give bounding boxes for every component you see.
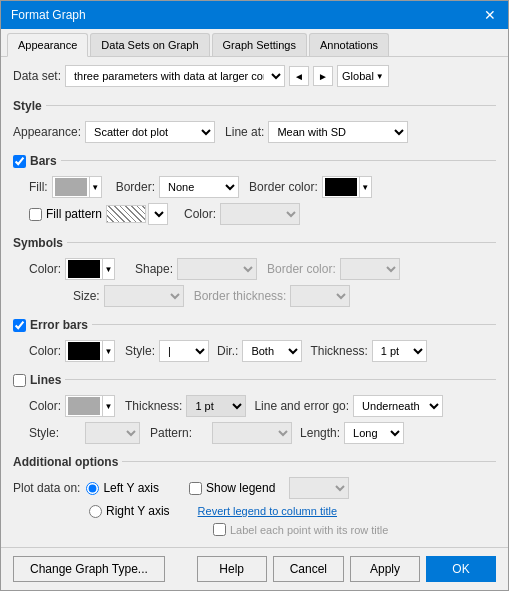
line-error-select[interactable]: Underneath <box>353 395 443 417</box>
fill-pattern-checkbox[interactable] <box>29 208 42 221</box>
show-legend-label[interactable]: Show legend <box>189 481 275 495</box>
border-select[interactable]: None <box>159 176 239 198</box>
error-color-swatch <box>68 342 100 360</box>
bars-checkbox[interactable] <box>13 155 26 168</box>
pattern-select[interactable] <box>212 422 292 444</box>
symbol-border-color-select[interactable] <box>340 258 400 280</box>
error-bars-section-header: Error bars <box>13 312 496 336</box>
lines-thickness-label: Thickness: <box>125 399 182 413</box>
error-thickness-select[interactable]: 1 pt <box>372 340 427 362</box>
lines-color-label: Color: <box>29 399 61 413</box>
label-points-label[interactable]: Label each point with its row title <box>213 523 388 536</box>
dataset-row: Data set: three parameters with data at … <box>13 65 496 87</box>
help-button[interactable]: Help <box>197 556 267 582</box>
border-label: Border: <box>116 180 155 194</box>
size-label: Size: <box>73 289 100 303</box>
lines-style-select[interactable] <box>85 422 140 444</box>
symbols-row2: Size: Border thickness: <box>29 285 496 307</box>
close-button[interactable]: ✕ <box>482 7 498 23</box>
border-thickness-select[interactable] <box>290 285 350 307</box>
border-color-swatch <box>325 178 357 196</box>
fill-pattern-checkbox-label[interactable]: Fill pattern <box>29 207 102 221</box>
symbols-section-header: Symbols <box>13 230 496 254</box>
dataset-next-button[interactable]: ► <box>313 66 333 86</box>
lines-thickness-select[interactable]: 1 pt <box>186 395 246 417</box>
pattern-label: Pattern: <box>150 426 192 440</box>
fill-color-swatch <box>55 178 87 196</box>
revert-link[interactable]: Revert legend to column title <box>198 505 337 517</box>
border-color-button[interactable]: ▼ <box>322 176 372 198</box>
line-error-label: Line and error go: <box>254 399 349 413</box>
footer-right-buttons: Help Cancel Apply OK <box>197 556 496 582</box>
error-color-label: Color: <box>29 344 61 358</box>
content-area: Data set: three parameters with data at … <box>1 57 508 547</box>
left-y-label[interactable]: Left Y axis <box>86 481 159 495</box>
length-select[interactable]: Long <box>344 422 404 444</box>
lines-row1: Color: ▼ Thickness: 1 pt Line and error … <box>29 395 496 417</box>
size-select[interactable] <box>104 285 184 307</box>
symbol-color-button[interactable]: ▼ <box>65 258 115 280</box>
legend-select[interactable] <box>289 477 349 499</box>
lines-style-label: Style: <box>29 426 59 440</box>
dataset-prev-button[interactable]: ◄ <box>289 66 309 86</box>
length-label: Length: <box>300 426 340 440</box>
shape-label: Shape: <box>135 262 173 276</box>
additional-row3: Label each point with its row title <box>13 523 496 536</box>
border-thickness-label: Border thickness: <box>194 289 287 303</box>
global-button[interactable]: Global ▼ <box>337 65 389 87</box>
error-thickness-label: Thickness: <box>310 344 367 358</box>
cancel-button[interactable]: Cancel <box>273 556 344 582</box>
lines-color-swatch <box>68 397 100 415</box>
tab-appearance[interactable]: Appearance <box>7 33 88 57</box>
lines-color-button[interactable]: ▼ <box>65 395 115 417</box>
appearance-label: Appearance: <box>13 125 81 139</box>
fill-label: Fill: <box>29 180 48 194</box>
apply-button[interactable]: Apply <box>350 556 420 582</box>
error-color-button[interactable]: ▼ <box>65 340 115 362</box>
error-dir-select[interactable]: Both <box>242 340 302 362</box>
fill-color-button[interactable]: ▼ <box>52 176 102 198</box>
show-legend-checkbox[interactable] <box>189 482 202 495</box>
tab-annotations[interactable]: Annotations <box>309 33 389 56</box>
dataset-label: Data set: <box>13 69 61 83</box>
pattern-color-select[interactable] <box>220 203 300 225</box>
footer: Change Graph Type... Help Cancel Apply O… <box>1 547 508 590</box>
error-style-select[interactable]: | <box>159 340 209 362</box>
dataset-select[interactable]: three parameters with data at larger con… <box>65 65 285 87</box>
tab-data-sets[interactable]: Data Sets on Graph <box>90 33 209 56</box>
error-bars-checkbox-label[interactable]: Error bars <box>13 318 88 332</box>
error-bars-checkbox[interactable] <box>13 319 26 332</box>
shape-select[interactable] <box>177 258 257 280</box>
lines-checkbox[interactable] <box>13 374 26 387</box>
additional-section-header: Additional options <box>13 449 496 473</box>
tab-graph-settings[interactable]: Graph Settings <box>212 33 307 56</box>
lines-row2: Style: Pattern: Length: Long <box>29 422 496 444</box>
style-section-header: Style <box>13 93 496 117</box>
lines-checkbox-label[interactable]: Lines <box>13 373 61 387</box>
left-y-radio[interactable] <box>86 482 99 495</box>
appearance-select[interactable]: Scatter dot plot <box>85 121 215 143</box>
plot-data-label: Plot data on: <box>13 481 80 495</box>
color-label: Color: <box>184 207 216 221</box>
symbols-row1: Color: ▼ Shape: Border color: <box>29 258 496 280</box>
hatch-preview <box>106 205 146 223</box>
bars-checkbox-label[interactable]: Bars <box>13 154 57 168</box>
change-graph-type-button[interactable]: Change Graph Type... <box>13 556 165 582</box>
error-bars-row: Color: ▼ Style: | Dir.: Both Thickness: … <box>29 340 496 362</box>
label-points-checkbox[interactable] <box>213 523 226 536</box>
additional-row2: Right Y axis Revert legend to column tit… <box>13 504 496 518</box>
format-graph-dialog: Format Graph ✕ Appearance Data Sets on G… <box>0 0 509 591</box>
line-at-select[interactable]: Mean with SD <box>268 121 408 143</box>
tab-bar: Appearance Data Sets on Graph Graph Sett… <box>1 29 508 57</box>
right-y-label[interactable]: Right Y axis <box>89 504 170 518</box>
title-bar: Format Graph ✕ <box>1 1 508 29</box>
border-color-label: Border color: <box>249 180 318 194</box>
additional-row1: Plot data on: Left Y axis Show legend <box>13 477 496 499</box>
error-dir-label: Dir.: <box>217 344 238 358</box>
bars-fillpattern-row: Fill pattern ▼ Color: <box>29 203 496 225</box>
right-y-radio[interactable] <box>89 505 102 518</box>
hatch-select[interactable]: ▼ <box>148 203 168 225</box>
symbol-color-swatch <box>68 260 100 278</box>
style-row: Appearance: Scatter dot plot Line at: Me… <box>13 121 496 143</box>
ok-button[interactable]: OK <box>426 556 496 582</box>
